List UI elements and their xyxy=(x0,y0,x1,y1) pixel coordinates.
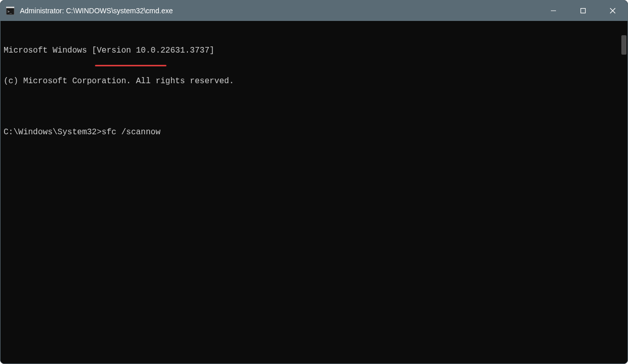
command-highlight-underline xyxy=(95,65,166,66)
terminal-line: (c) Microsoft Corporation. All rights re… xyxy=(4,76,616,86)
terminal-line: Microsoft Windows [Version 10.0.22631.37… xyxy=(4,45,616,56)
vertical-scrollbar[interactable] xyxy=(619,21,627,363)
titlebar-controls xyxy=(539,1,627,21)
terminal-prompt-line: C:\Windows\System32>sfc /scannow xyxy=(4,127,616,137)
window-title: Administrator: C:\WINDOWS\system32\cmd.e… xyxy=(20,7,173,15)
titlebar[interactable]: >_ Administrator: C:\WINDOWS\system32\cm… xyxy=(1,1,627,21)
minimize-icon xyxy=(550,8,557,14)
svg-rect-4 xyxy=(581,9,586,13)
svg-rect-1 xyxy=(6,7,14,8)
scrollbar-thumb[interactable] xyxy=(621,35,626,55)
minimize-button[interactable] xyxy=(539,1,568,21)
cmd-icon: >_ xyxy=(6,6,15,15)
terminal-output[interactable]: Microsoft Windows [Version 10.0.22631.37… xyxy=(1,21,619,363)
close-button[interactable] xyxy=(598,1,627,21)
maximize-button[interactable] xyxy=(568,1,598,21)
terminal-area: Microsoft Windows [Version 10.0.22631.37… xyxy=(1,21,627,363)
terminal-command: sfc /scannow xyxy=(102,128,160,137)
maximize-icon xyxy=(580,8,586,14)
svg-text:>_: >_ xyxy=(8,10,12,14)
terminal-prompt: C:\Windows\System32> xyxy=(4,128,102,137)
close-icon xyxy=(610,8,616,14)
cmd-window: >_ Administrator: C:\WINDOWS\system32\cm… xyxy=(0,0,628,364)
